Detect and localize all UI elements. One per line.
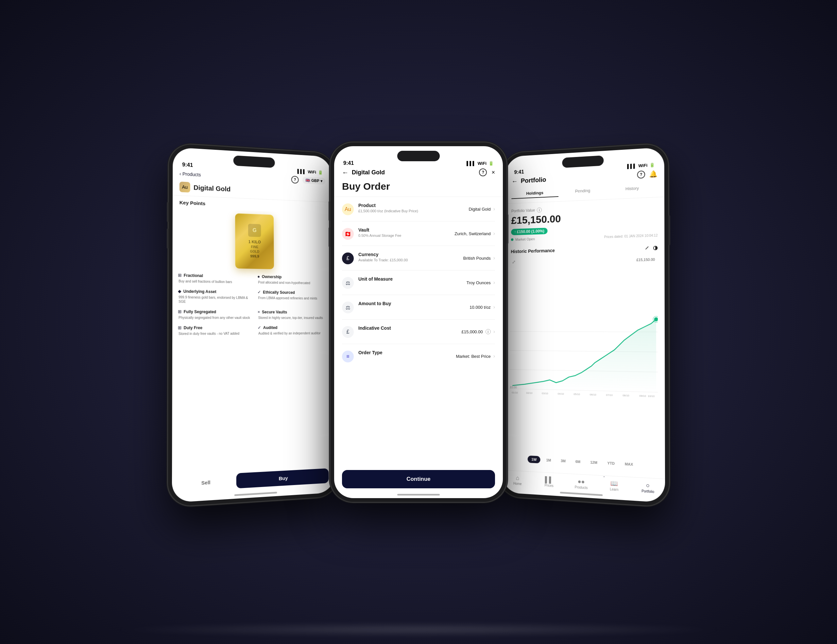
- center-header: ← Digital Gold ? × Buy Order: [334, 166, 503, 197]
- kp-title-1: Ownership: [262, 274, 282, 279]
- order-icon-4: ⚖: [342, 302, 354, 313]
- order-label-6: Order Type: [358, 350, 382, 355]
- notification-bell-icon[interactable]: 🔔: [649, 170, 658, 178]
- portfolio-content: Portfolio Value i £15,150.00 ↑ £150.00 (…: [502, 197, 665, 478]
- order-chevron-6: ›: [493, 353, 495, 359]
- nav-icon-learn: 📖: [611, 480, 618, 487]
- svg-text:04/10: 04/10: [558, 392, 564, 396]
- product-name: Digital Gold: [194, 184, 230, 193]
- kp-desc-3: From LBMA approved refineries and mints: [258, 296, 328, 301]
- back-arrow-right[interactable]: ←: [512, 177, 518, 185]
- buy-button[interactable]: Buy: [236, 468, 329, 488]
- order-row-4[interactable]: ⚖ Amount to Buy 10.000 t/oz ›: [342, 295, 495, 320]
- gold-bar-section: G 1 KILO FINE GOLD 999,9: [172, 207, 333, 275]
- center-help-button[interactable]: ?: [479, 168, 487, 176]
- battery-icon-r: 🔋: [649, 162, 655, 168]
- svg-text:03/10: 03/10: [542, 392, 548, 395]
- order-chevron-2: ›: [493, 255, 495, 261]
- order-sublabel-0: £1,500.000 t/oz (Indicative Buy Price): [358, 209, 418, 213]
- kp-icon-7: ✓: [258, 325, 261, 330]
- kp-title-0: Fractional: [184, 273, 203, 278]
- order-row-0[interactable]: Au Product £1,500.000 t/oz (Indicative B…: [342, 197, 495, 222]
- nav-item-portfolio[interactable]: ○Portfolio: [631, 480, 665, 496]
- change-amount: £150.00 (1.00%): [517, 228, 544, 234]
- nav-item-prices[interactable]: ▌▌Prices: [533, 474, 565, 489]
- flag-icon: 🇬🇧: [305, 178, 310, 182]
- key-point-7: ✓ Audited Audited & verified by an indep…: [258, 325, 328, 335]
- nav-label-2: Products: [575, 485, 588, 490]
- prices-dated: Prices dated: 01 JAN 2024 10:04:12: [604, 233, 658, 238]
- chart-end-dot: [654, 317, 658, 321]
- right-nav-icons: ? 🔔: [637, 170, 658, 179]
- currency-label: GBP: [311, 178, 319, 183]
- order-icon-1: 🇨🇭: [342, 228, 354, 240]
- tab-history[interactable]: History: [607, 182, 658, 195]
- order-chevron-1: ›: [493, 231, 495, 237]
- period-btn-12M[interactable]: 12M: [586, 458, 601, 467]
- nav-label-1: Prices: [544, 483, 553, 488]
- tab-holdings[interactable]: Holdings: [511, 187, 558, 199]
- kp-desc-1: Pool allocated and non-hypothecated: [257, 280, 328, 285]
- svg-text:09/10: 09/10: [639, 394, 646, 398]
- cost-info-icon[interactable]: i: [486, 329, 491, 334]
- sell-button[interactable]: Sell: [179, 473, 233, 491]
- period-btn-YTD[interactable]: YTD: [603, 459, 619, 467]
- kp-desc-5: Stored in highly secure, top-tier, insur…: [258, 315, 328, 320]
- svg-text:01/10: 01/10: [512, 391, 518, 394]
- kp-icon-2: ◆: [178, 289, 181, 293]
- order-icon-6: ≡: [342, 351, 354, 362]
- nav-item-products[interactable]: ●●Products: [565, 476, 598, 491]
- order-label-4: Amount to Buy: [358, 301, 391, 306]
- back-arrow-icon: ‹: [179, 171, 181, 176]
- kp-title-6: Duty Free: [184, 325, 202, 330]
- wifi-icon: WiFi: [308, 169, 316, 174]
- kp-desc-7: Audited & verified by an independent aud…: [258, 331, 328, 335]
- svg-text:08/10: 08/10: [622, 394, 629, 397]
- period-btn-1M[interactable]: 1M: [542, 456, 555, 464]
- back-arrow-center[interactable]: ←: [342, 168, 348, 176]
- key-point-3: ✓ Ethically Sourced From LBMA approved r…: [257, 289, 328, 304]
- order-value-1: Zurich, Switzerland: [455, 231, 491, 236]
- period-btn-3M[interactable]: 3M: [557, 457, 569, 465]
- expand-icon[interactable]: ⤢: [512, 259, 515, 264]
- change-pill: ↑ £150.00 (1.00%): [511, 228, 547, 235]
- period-btn-1W[interactable]: 1W: [528, 455, 540, 463]
- period-btn-MAX[interactable]: MAX: [620, 460, 637, 468]
- nav-actions: ? 🇬🇧 GBP ▾: [291, 176, 326, 185]
- order-row-1[interactable]: 🇨🇭 Vault 0.50% Annual Storage Fee Zurich…: [342, 222, 495, 246]
- order-row-6[interactable]: ≡ Order Type Market: Best Price ›: [342, 344, 495, 368]
- order-icon-0: Au: [342, 204, 354, 215]
- pie-chart-icon[interactable]: ◑: [653, 244, 658, 251]
- line-chart-icon[interactable]: ⟋: [644, 245, 649, 251]
- key-point-1: ● Ownership Pool allocated and non-hypot…: [257, 274, 328, 285]
- chart-icons: ⟋ ◑: [644, 244, 658, 251]
- order-chevron-4: ›: [493, 304, 495, 310]
- svg-text:02/10: 02/10: [526, 391, 532, 395]
- order-row-5[interactable]: £ Indicative Cost £15,000.00 i ›: [342, 320, 495, 344]
- back-button[interactable]: ‹ Products: [179, 171, 201, 177]
- right-phone: 9:41 ▌▌▌ WiFi 🔋 ← Portfolio: [498, 143, 669, 507]
- nav-item-learn[interactable]: 📖Learn: [598, 478, 631, 494]
- key-point-4: ⊞ Fully Segregated Physically segregated…: [178, 309, 253, 320]
- signal-icon-c: ▌▌▌: [466, 161, 476, 166]
- order-row-2[interactable]: £ Currency Available To Trade: £15,000.0…: [342, 246, 495, 271]
- order-rows: Au Product £1,500.000 t/oz (Indicative B…: [334, 197, 503, 465]
- currency-selector[interactable]: 🇬🇧 GBP ▾: [302, 177, 325, 185]
- close-button-center[interactable]: ×: [491, 169, 495, 176]
- bar-logo: G: [248, 224, 261, 237]
- buy-order-title: Buy Order: [342, 181, 495, 192]
- right-help-button[interactable]: ?: [637, 171, 645, 179]
- order-row-3[interactable]: ⚖ Unit of Measure Troy Ounces ›: [342, 271, 495, 295]
- continue-button[interactable]: Continue: [342, 470, 495, 488]
- left-phone: 9:41 ▌▌▌ WiFi 🔋 ‹ Products: [168, 143, 339, 507]
- period-btn-6M[interactable]: 6M: [571, 458, 584, 465]
- kp-icon-3: ✓: [257, 289, 261, 294]
- kp-title-2: Underlying Asset: [184, 289, 217, 294]
- portfolio-info-icon[interactable]: i: [537, 207, 542, 213]
- svg-marker-5: [512, 319, 656, 392]
- key-points-grid: ⊞ Fractional Buy and sell fractions of b…: [172, 273, 333, 336]
- order-icon-2: £: [342, 253, 354, 264]
- tab-pending[interactable]: Pending: [558, 184, 607, 197]
- market-status: Market Open: [511, 237, 535, 242]
- help-button[interactable]: ?: [291, 176, 299, 184]
